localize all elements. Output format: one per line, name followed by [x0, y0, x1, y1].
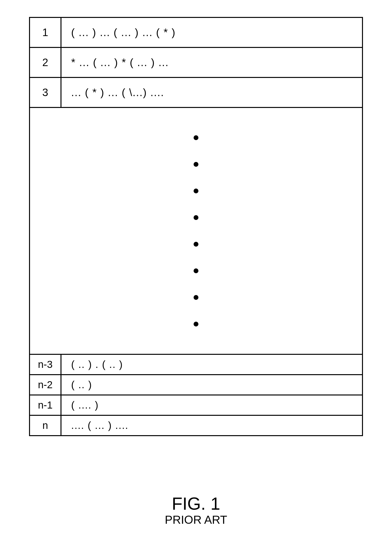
row-index: 3 — [30, 78, 61, 107]
ellipsis-dot — [194, 162, 198, 167]
row-index: n — [30, 416, 61, 435]
row-index: n-3 — [30, 355, 61, 374]
table-row: n-2 ( .. ) — [30, 374, 362, 394]
table-row: 1 ( ... ) ... ( ... ) ... ( * ) — [30, 18, 362, 47]
row-pattern: ( .... ) — [61, 395, 362, 415]
ellipsis-dot — [194, 189, 198, 193]
row-index: 2 — [30, 48, 61, 77]
row-index: n-2 — [30, 375, 61, 394]
row-pattern: ( ... ) ... ( ... ) ... ( * ) — [61, 18, 362, 47]
row-pattern: ( .. ) . ( .. ) — [61, 355, 362, 374]
row-pattern: * ... ( ... ) * ( ... ) ... — [61, 48, 362, 77]
regex-table: 1 ( ... ) ... ( ... ) ... ( * ) 2 * ... … — [29, 17, 363, 436]
ellipsis-dot — [194, 295, 198, 300]
table-row: 3 ... ( * ) ... ( \...) .... — [30, 77, 362, 107]
table-row: 2 * ... ( ... ) * ( ... ) ... — [30, 47, 362, 77]
ellipsis-dot — [194, 242, 198, 247]
table-row: n-1 ( .... ) — [30, 394, 362, 415]
row-index: 1 — [30, 18, 61, 47]
row-pattern: .... ( ... ) .... — [61, 416, 362, 435]
table-row: n-3 ( .. ) . ( .. ) — [30, 354, 362, 374]
ellipsis-dot — [194, 322, 198, 326]
row-index: n-1 — [30, 395, 61, 415]
row-pattern: ... ( * ) ... ( \...) .... — [61, 78, 362, 107]
ellipsis-dot — [194, 135, 198, 140]
figure-label: FIG. 1 — [0, 494, 392, 514]
row-pattern: ( .. ) — [61, 375, 362, 394]
table-row: n .... ( ... ) .... — [30, 415, 362, 435]
ellipsis-dot — [194, 215, 198, 220]
ellipsis-dot — [194, 268, 198, 273]
figure-subtitle: PRIOR ART — [0, 513, 392, 526]
ellipsis-gap — [30, 107, 362, 354]
